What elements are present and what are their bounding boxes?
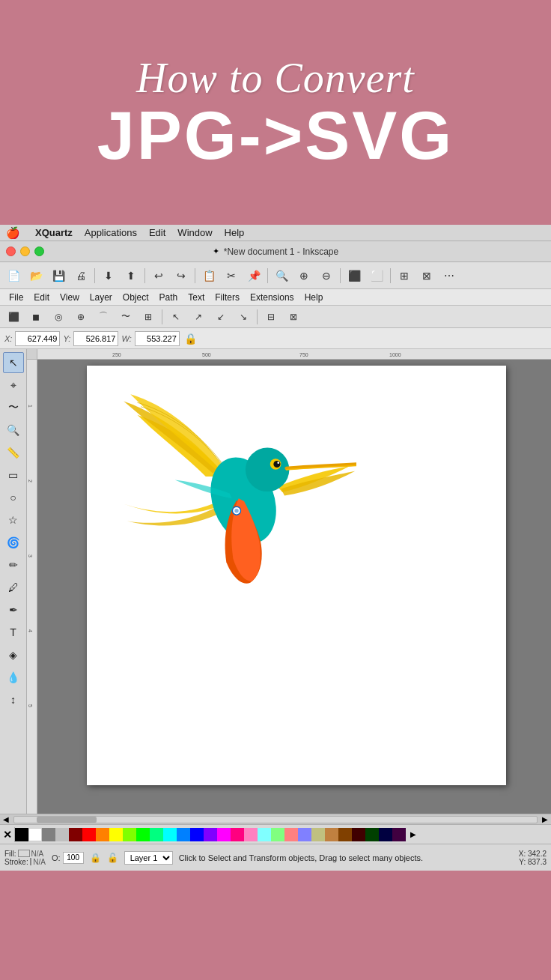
- zoom-fit-button[interactable]: 🔍: [271, 265, 292, 286]
- ungroup-button[interactable]: ⬜: [366, 265, 387, 286]
- app-menu-layer[interactable]: Layer: [85, 291, 117, 303]
- paste-button[interactable]: 📌: [243, 265, 264, 286]
- color-swatch-rose[interactable]: [231, 828, 244, 841]
- export-button[interactable]: ⬆: [121, 265, 141, 286]
- color-swatch-white[interactable]: [28, 828, 42, 841]
- align-tr-button[interactable]: ↗: [188, 306, 209, 327]
- color-swatch-khaki[interactable]: [311, 828, 325, 841]
- scroll-left-button[interactable]: ◀: [0, 814, 12, 825]
- circle-tool[interactable]: ○: [3, 487, 24, 508]
- save-button[interactable]: 💾: [48, 265, 69, 286]
- calligraphy-tool[interactable]: ✒: [3, 599, 24, 620]
- color-swatch-silver[interactable]: [55, 828, 69, 841]
- align-left-button[interactable]: ⬛: [3, 306, 24, 327]
- redo-button[interactable]: ↪: [171, 265, 192, 286]
- no-color-button[interactable]: ✕: [0, 827, 15, 842]
- horizontal-scrollbar[interactable]: ◀ ▶: [0, 814, 551, 824]
- lock-icon[interactable]: 🔒: [90, 853, 101, 863]
- close-button[interactable]: [6, 246, 16, 256]
- color-swatch-green[interactable]: [136, 828, 150, 841]
- dist-h-button[interactable]: ⊟: [261, 306, 281, 327]
- color-swatch-dark-red[interactable]: [352, 828, 365, 841]
- color-swatch-dark-purple[interactable]: [392, 828, 406, 841]
- color-swatch-orange[interactable]: [96, 828, 109, 841]
- color-swatch-magenta[interactable]: [217, 828, 231, 841]
- tweak-tool[interactable]: 〜: [3, 397, 24, 418]
- y-input[interactable]: [73, 331, 118, 346]
- color-swatch-brown[interactable]: [338, 828, 352, 841]
- sym-button[interactable]: ⊞: [138, 306, 159, 327]
- align-center-button[interactable]: ◼: [25, 306, 46, 327]
- canvas-document-wrapper[interactable]: [87, 366, 506, 785]
- align-tl-button[interactable]: ↖: [165, 306, 186, 327]
- smooth-button[interactable]: 〜: [115, 306, 136, 327]
- app-menu-view[interactable]: View: [55, 291, 84, 303]
- x-input[interactable]: [15, 331, 60, 346]
- menu-xquartz[interactable]: XQuartz: [29, 227, 79, 238]
- dist-v-button[interactable]: ⊠: [283, 306, 304, 327]
- pen-tool[interactable]: 🖊: [3, 577, 24, 598]
- align-bl-button[interactable]: ↙: [210, 306, 231, 327]
- app-menu-extensions[interactable]: Extensions: [246, 291, 299, 303]
- app-menu-filters[interactable]: Filters: [210, 291, 244, 303]
- color-swatch-tan[interactable]: [325, 828, 338, 841]
- color-swatch-blue[interactable]: [190, 828, 204, 841]
- color-swatch-dark-green[interactable]: [365, 828, 379, 841]
- app-menu-text[interactable]: Text: [183, 291, 209, 303]
- color-swatch-light-blue[interactable]: [298, 828, 311, 841]
- minimize-button[interactable]: [20, 246, 30, 256]
- stroke-color-box[interactable]: [30, 858, 32, 865]
- color-swatch-light-red[interactable]: [284, 828, 298, 841]
- text-tool[interactable]: T: [3, 622, 24, 643]
- color-swatch-light-green[interactable]: [271, 828, 284, 841]
- color-swatch-lime[interactable]: [123, 828, 136, 841]
- connector-tool[interactable]: ↕: [3, 689, 24, 710]
- canvas-area[interactable]: 250 500 750 1000 1 2 3 4 5: [27, 349, 551, 814]
- undo-button[interactable]: ↩: [148, 265, 169, 286]
- group-button[interactable]: ⬛: [344, 265, 365, 286]
- copy-button[interactable]: 📋: [198, 265, 219, 286]
- bezier-button[interactable]: ⌒: [93, 306, 114, 327]
- spiral-tool[interactable]: 🌀: [3, 532, 24, 553]
- color-swatch-light-cyan[interactable]: [258, 828, 271, 841]
- zoom-out-button[interactable]: ⊖: [316, 265, 337, 286]
- color-swatch-cyan[interactable]: [163, 828, 177, 841]
- menu-window[interactable]: Window: [171, 227, 218, 238]
- scroll-right-button[interactable]: ▶: [539, 814, 551, 825]
- color-swatch-violet[interactable]: [204, 828, 217, 841]
- color-swatch-mint[interactable]: [150, 828, 163, 841]
- nodes-button[interactable]: ⋯: [439, 265, 460, 286]
- apple-icon[interactable]: 🍎: [6, 226, 20, 240]
- palette-scroll-right[interactable]: ▶: [407, 827, 419, 842]
- w-input[interactable]: [135, 331, 180, 346]
- menu-applications[interactable]: Applications: [79, 227, 143, 238]
- color-swatch-dark-blue[interactable]: [379, 828, 392, 841]
- gradient-tool[interactable]: ◈: [3, 644, 24, 665]
- rect-tool[interactable]: ▭: [3, 465, 24, 486]
- menu-help[interactable]: Help: [219, 227, 251, 238]
- color-swatch-maroon[interactable]: [69, 828, 82, 841]
- measure-tool[interactable]: 📏: [3, 442, 24, 463]
- opacity-input[interactable]: [63, 852, 84, 864]
- new-button[interactable]: 📄: [3, 265, 24, 286]
- transform-button[interactable]: ⊠: [416, 265, 437, 286]
- pencil-tool[interactable]: ✏: [3, 554, 24, 575]
- app-menu-edit[interactable]: Edit: [29, 291, 54, 303]
- color-swatch-sky[interactable]: [177, 828, 190, 841]
- node-tool[interactable]: ⌖: [3, 375, 24, 396]
- color-swatch-pink[interactable]: [244, 828, 258, 841]
- cut-button[interactable]: ✂: [221, 265, 242, 286]
- maximize-button[interactable]: [34, 246, 44, 256]
- align-br-button[interactable]: ↘: [233, 306, 254, 327]
- color-swatch-black[interactable]: [15, 828, 28, 841]
- scrollbar-thumb[interactable]: [37, 817, 97, 823]
- snap-button[interactable]: ◎: [48, 306, 69, 327]
- dropper-tool[interactable]: 💧: [3, 667, 24, 688]
- zoom-in-button[interactable]: ⊕: [293, 265, 314, 286]
- app-menu-object[interactable]: Object: [118, 291, 153, 303]
- zoom-tool[interactable]: 🔍: [3, 420, 24, 441]
- lock-icon[interactable]: 🔒: [184, 333, 197, 345]
- select-tool[interactable]: ↖: [3, 352, 24, 373]
- star-tool[interactable]: ☆: [3, 509, 24, 530]
- color-swatch-gray[interactable]: [42, 828, 55, 841]
